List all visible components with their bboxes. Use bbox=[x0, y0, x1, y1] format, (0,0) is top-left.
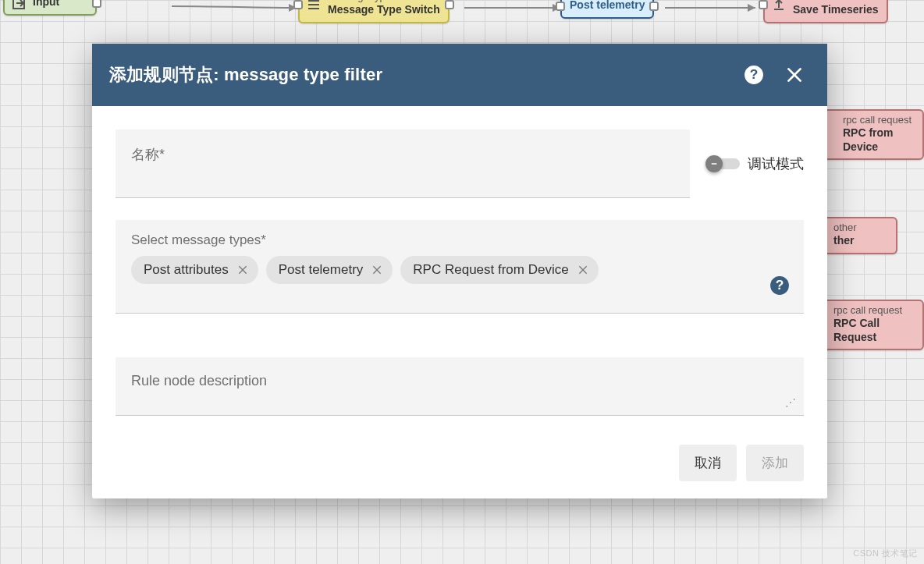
svg-text:?: ? bbox=[750, 66, 759, 82]
chip-label: Post telemetry bbox=[279, 262, 364, 278]
svg-text:?: ? bbox=[776, 277, 784, 293]
debug-toggle[interactable] bbox=[705, 157, 740, 171]
types-help-button[interactable]: ? bbox=[769, 275, 790, 299]
svg-marker-2 bbox=[748, 4, 755, 12]
help-button[interactable]: ? bbox=[738, 59, 769, 90]
node-other-sub: other bbox=[833, 222, 888, 234]
close-icon bbox=[371, 264, 383, 276]
name-label: 名称* bbox=[131, 145, 674, 164]
chip-post-attributes[interactable]: Post attributes bbox=[131, 256, 258, 284]
description-textarea[interactable] bbox=[131, 373, 788, 396]
close-icon bbox=[577, 264, 589, 276]
close-button[interactable] bbox=[779, 59, 810, 90]
chip-remove[interactable] bbox=[235, 262, 251, 278]
watermark: CSDN 技术笔记 bbox=[853, 548, 918, 559]
close-icon bbox=[784, 65, 805, 85]
node-rpc-title: RPC from Device bbox=[843, 126, 915, 154]
dialog-footer: 取消 添加 bbox=[92, 427, 827, 498]
name-input[interactable] bbox=[131, 164, 674, 180]
node-port[interactable] bbox=[649, 2, 659, 11]
chip-label: Post attributes bbox=[144, 262, 229, 278]
debug-toggle-wrap: 调试模式 bbox=[705, 154, 804, 173]
node-save-timeseries[interactable]: save timeseries Save Timeseries bbox=[763, 0, 888, 23]
svg-rect-5 bbox=[712, 163, 717, 165]
node-rpc-sub: rpc call request bbox=[843, 114, 915, 126]
close-icon bbox=[236, 264, 249, 276]
chip-remove[interactable] bbox=[575, 262, 591, 278]
description-field[interactable]: ⋰ bbox=[116, 357, 804, 416]
dialog-header: 添加规则节点: message type filter ? bbox=[92, 44, 827, 106]
node-input-title: Input bbox=[33, 0, 59, 8]
chip-rpc-request[interactable]: RPC Request from Device bbox=[400, 256, 598, 284]
node-rpc-from-device[interactable]: rpc call request RPC from Device bbox=[813, 109, 924, 160]
dialog-body: 名称* 调试模式 Select message types* Post attr… bbox=[92, 106, 827, 427]
node-rpcrq-title: RPC Call Request bbox=[833, 317, 915, 344]
name-field[interactable]: 名称* bbox=[116, 129, 690, 198]
toggle-knob bbox=[705, 155, 723, 172]
message-types-field[interactable]: Select message types* Post attributes Po… bbox=[116, 220, 804, 314]
message-types-label: Select message types* bbox=[131, 232, 788, 248]
node-port[interactable] bbox=[92, 0, 101, 8]
chips-container: Post attributes Post telemetry RPC Reque… bbox=[131, 256, 788, 284]
add-button[interactable]: 添加 bbox=[746, 445, 804, 481]
resize-handle-icon: ⋰ bbox=[785, 396, 796, 409]
arrow-right-box-icon bbox=[11, 0, 27, 11]
debug-label: 调试模式 bbox=[748, 154, 804, 173]
cancel-button[interactable]: 取消 bbox=[679, 445, 737, 481]
node-port[interactable] bbox=[759, 0, 768, 9]
dialog-title: 添加规则节点: message type filter bbox=[109, 63, 738, 87]
node-port[interactable] bbox=[556, 2, 565, 11]
chip-post-telemetry[interactable]: Post telemetry bbox=[266, 256, 393, 284]
menu-icon bbox=[306, 0, 322, 12]
node-rpcrq-sub: rpc call request bbox=[833, 304, 915, 317]
node-input[interactable]: Input bbox=[3, 0, 97, 16]
node-type-switch-title: Message Type Switch bbox=[328, 3, 440, 17]
node-type-switch[interactable]: message type Message Type Switch bbox=[298, 0, 450, 23]
node-post-telemetry[interactable]: Post telemetry bbox=[560, 0, 654, 19]
upload-icon bbox=[771, 0, 787, 12]
chip-remove[interactable] bbox=[369, 262, 385, 278]
node-port[interactable] bbox=[293, 0, 303, 9]
node-post-telemetry-title: Post telemetry bbox=[570, 0, 645, 11]
node-other-title: ther bbox=[833, 234, 888, 248]
help-circle-icon: ? bbox=[769, 275, 790, 296]
node-save-ts-title: Save Timeseries bbox=[793, 3, 879, 17]
node-port[interactable] bbox=[445, 0, 454, 9]
chip-label: RPC Request from Device bbox=[413, 262, 568, 278]
add-rule-node-dialog: 添加规则节点: message type filter ? 名称* 调试模式 bbox=[92, 44, 827, 498]
help-circle-icon: ? bbox=[744, 65, 764, 85]
